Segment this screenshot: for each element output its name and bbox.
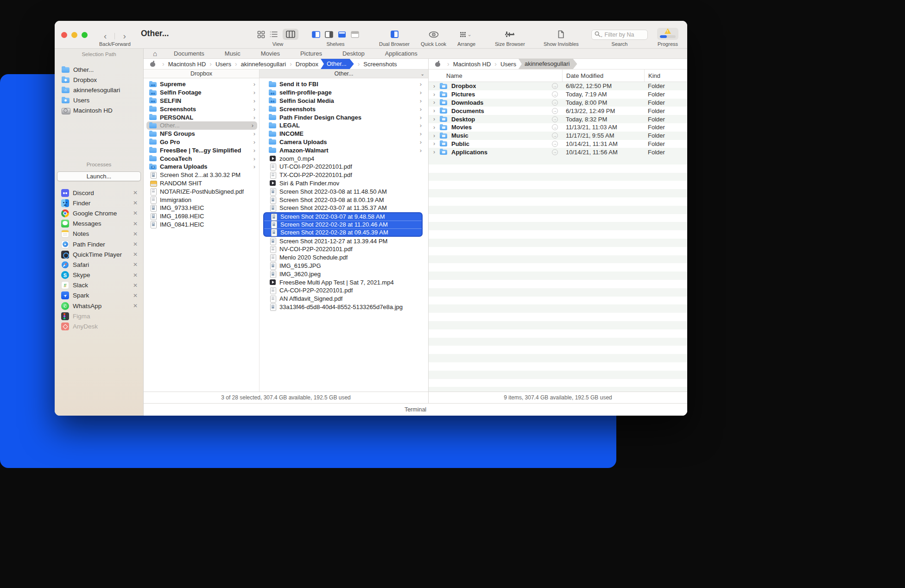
file-row[interactable]: UT-COI-P2P-20220101.pdf › (259, 163, 428, 171)
quit-process-button[interactable]: ✕ (130, 231, 138, 237)
file-row[interactable]: LEGAL › (259, 121, 428, 130)
file-row[interactable]: CocoaTech › (144, 154, 259, 163)
file-row[interactable]: Screenshots › (144, 105, 259, 113)
file-row[interactable]: Menlo 2020 Schedule.pdf › (259, 253, 428, 262)
file-row[interactable]: NOTARIZE-PostNubSigned.pdf › (144, 187, 259, 196)
kind-column-header[interactable]: Kind (644, 70, 687, 82)
file-row[interactable]: Screen Shot 2021-12-27 at 13.39.44 PM › (259, 237, 428, 245)
table-row[interactable]: › Documents → 6/13/22, 12:49 PM Folder (429, 107, 687, 115)
file-row[interactable]: Selfin Footage › (144, 89, 259, 97)
table-row[interactable]: › Dropbox → 6/8/22, 12:50 PM Folder (429, 82, 687, 90)
close-window-button[interactable] (61, 32, 67, 38)
bottom-shelf-button[interactable] (338, 29, 346, 40)
arrange-button[interactable]: ⌄ (460, 29, 473, 40)
quick-look-button[interactable] (429, 29, 439, 40)
quit-process-button[interactable]: ✕ (130, 210, 138, 216)
file-row[interactable]: NFS Groups › (144, 130, 259, 138)
file-row[interactable]: Selfin Social Media › (259, 97, 428, 105)
quit-process-button[interactable]: ✕ (130, 200, 138, 206)
table-row[interactable]: › Pictures → Today, 7:19 AM Folder (429, 90, 687, 99)
file-row[interactable]: Screen Shot 2...at 3.30.32 PM › (144, 171, 259, 179)
process-item[interactable]: WhatsApp ✕ (55, 301, 143, 311)
tab[interactable]: Movies (261, 50, 280, 57)
table-row[interactable]: › Applications → 10/14/21, 11:56 AM Fold… (429, 148, 687, 156)
file-row[interactable]: IMG_1698.HEIC › (144, 212, 259, 221)
list-view-button[interactable] (270, 29, 278, 40)
file-row[interactable]: zoom_0.mp4 › (259, 154, 428, 163)
disclosure-chevron-icon[interactable]: › (433, 124, 440, 131)
column-view-button[interactable] (283, 29, 298, 40)
search-field[interactable]: ⌄ (591, 30, 648, 40)
file-row[interactable]: NV-COI-P2P-20220101.pdf › (259, 245, 428, 253)
file-row[interactable]: selfin-profile-page › (259, 89, 428, 97)
go-to-folder-icon[interactable]: → (552, 133, 558, 139)
process-item[interactable]: Finder ✕ (55, 198, 143, 208)
process-item[interactable]: Path Finder ✕ (55, 239, 143, 249)
file-row[interactable]: Screen Shot 2022-02-28 at 09.45.39 AM › (263, 228, 423, 237)
quit-process-button[interactable]: ✕ (130, 292, 138, 299)
file-row[interactable]: IMG_0841.HEIC › (144, 221, 259, 229)
process-item[interactable]: QuickTime Player ✕ (55, 249, 143, 259)
file-row[interactable]: IMG_9733.HEIC › (144, 204, 259, 212)
tab[interactable]: Desktop (342, 50, 365, 57)
dual-browser-button[interactable] (391, 29, 399, 40)
breadcrumb-item[interactable]: Macintosh HD (443, 60, 491, 68)
go-to-folder-icon[interactable]: → (552, 149, 558, 155)
apple-icon[interactable] (435, 61, 441, 67)
file-row[interactable]: Amazon-Walmart › (259, 146, 428, 154)
disclosure-chevron-icon[interactable]: › (433, 133, 440, 139)
process-item[interactable]: Discord ✕ (55, 188, 143, 198)
breadcrumb-item[interactable]: Users (491, 60, 516, 68)
selection-path-item[interactable]: Other... (55, 64, 143, 75)
go-to-folder-icon[interactable]: → (552, 124, 558, 130)
drop-stack-shelf-button[interactable] (351, 29, 359, 40)
file-row[interactable]: PERSONAL › (144, 113, 259, 121)
forward-button[interactable]: › (120, 32, 129, 40)
file-row[interactable]: Path Finder Design Changes › (259, 113, 428, 121)
process-item[interactable]: Spark ✕ (55, 291, 143, 301)
file-row[interactable]: TX-COI-P2P-20220101.pdf › (259, 171, 428, 179)
selection-path-item[interactable]: ◆ Dropbox (55, 75, 143, 85)
size-browser-button[interactable] (504, 29, 516, 40)
process-item[interactable]: Figma ✕ (55, 311, 143, 321)
disclosure-chevron-icon[interactable]: › (433, 99, 440, 106)
search-input[interactable] (605, 32, 645, 38)
terminal-drawer-toggle[interactable]: Terminal (144, 403, 687, 416)
breadcrumb-item[interactable]: akinnefesogullari (231, 60, 286, 68)
progress-widget[interactable] (657, 28, 678, 40)
quit-process-button[interactable]: ✕ (130, 190, 138, 196)
table-row[interactable]: › Desktop → Today, 8:32 PM Folder (429, 115, 687, 123)
file-row[interactable]: 33a13f46-d5d8-40d4-8552-5133265d7e8a.jpg… (259, 303, 428, 311)
table-row[interactable]: › Music → 11/17/21, 9:55 AM Folder (429, 132, 687, 140)
disclosure-chevron-icon[interactable]: › (433, 91, 440, 98)
go-to-folder-icon[interactable]: → (552, 91, 558, 97)
go-to-folder-icon[interactable]: → (552, 108, 558, 114)
file-row[interactable]: Screen Shot 2022-03-08 at 11.48.50 AM › (259, 187, 428, 196)
go-to-folder-icon[interactable]: → (552, 100, 558, 106)
file-row[interactable]: Immigration › (144, 196, 259, 204)
quit-process-button[interactable]: ✕ (130, 251, 138, 258)
quit-process-button[interactable]: ✕ (130, 303, 138, 309)
file-row[interactable]: FreesBee Multi App Test | Sat 7, 2021.mp… (259, 278, 428, 286)
file-row[interactable]: Screen Shot 2022-02-28 at 11.20.46 AM › (263, 221, 423, 229)
file-row[interactable]: Supreme › (144, 80, 259, 89)
breadcrumb-item[interactable]: Other... (321, 59, 354, 69)
breadcrumb-item[interactable]: Dropbox (286, 60, 318, 68)
go-to-folder-icon[interactable]: → (552, 116, 558, 122)
breadcrumb-item[interactable]: akinnefesogullari (519, 59, 577, 69)
breadcrumb-item[interactable]: Macintosh HD (158, 60, 206, 68)
disclosure-chevron-icon[interactable]: › (433, 83, 440, 89)
apple-icon[interactable] (150, 61, 156, 67)
file-row[interactable]: CA-COI-P2P-20220101.pdf › (259, 286, 428, 295)
file-row[interactable]: AN Affidavit_Signed.pdf › (259, 295, 428, 303)
file-row[interactable]: Screen Shot 2022-03-08 at 8.00.19 AM › (259, 196, 428, 204)
breadcrumb-item[interactable]: Screenshots (354, 60, 397, 68)
disclosure-chevron-icon[interactable]: › (433, 107, 440, 114)
tab[interactable]: Applications (385, 50, 418, 57)
column1-header[interactable]: Dropbox (144, 70, 259, 78)
file-row[interactable]: FreesBee | Te...gy Simplified › (144, 146, 259, 154)
tab[interactable]: Documents (174, 50, 204, 57)
file-row[interactable]: RANDOM SHIT › (144, 179, 259, 188)
breadcrumb-item[interactable]: Users (206, 60, 231, 68)
file-row[interactable]: INCOME › (259, 130, 428, 138)
